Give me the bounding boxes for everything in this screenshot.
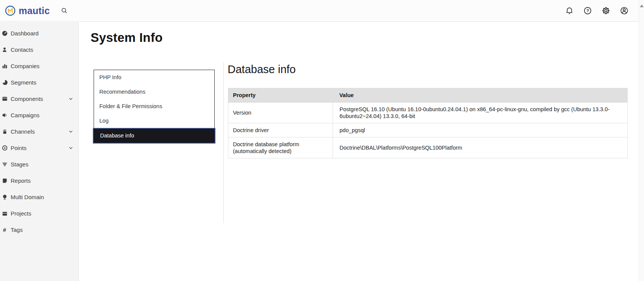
- table-row-doctrine-driver: Doctrine driver pdo_pgsql: [228, 123, 628, 137]
- sidebar: Dashboard Contacts Companies Segments Co…: [0, 22, 79, 281]
- tab-log[interactable]: Log: [94, 113, 214, 128]
- mautic-logo-icon: [5, 5, 16, 16]
- components-box-icon: [2, 96, 8, 102]
- property-cell: Doctrine driver: [228, 123, 333, 137]
- sidebar-item-label: Dashboard: [11, 30, 73, 37]
- points-target-icon: [2, 145, 8, 151]
- sidebar-item-label: Points: [11, 145, 69, 151]
- table-row-doctrine-platform: Doctrine database platform (automaticall…: [228, 137, 628, 158]
- user-account-icon: [620, 6, 629, 15]
- sidebar-item-tags[interactable]: # Tags: [0, 222, 78, 238]
- sidebar-item-dashboard[interactable]: Dashboard: [0, 25, 78, 42]
- sidebar-item-label: Companies: [11, 63, 73, 69]
- system-info-tabs: PHP Info Recommendations Folder & File P…: [94, 70, 215, 143]
- sidebar-item-segments[interactable]: Segments: [0, 74, 78, 91]
- sidebar-item-components[interactable]: Components: [0, 91, 78, 107]
- panel-heading: Database info: [228, 63, 296, 76]
- sidebar-item-stages[interactable]: Stages: [0, 156, 78, 172]
- topbar: mautic ?: [0, 0, 639, 22]
- chevron-down-icon: [69, 129, 73, 134]
- value-cell: PostgreSQL 16.10 (Ubuntu 16.10-0ubuntu0.…: [333, 102, 628, 123]
- companies-bars-icon: [2, 63, 8, 69]
- table-row-version: Version PostgreSQL 16.10 (Ubuntu 16.10-0…: [228, 102, 628, 123]
- sidebar-item-campaigns[interactable]: Campaigns: [0, 107, 78, 123]
- settings-button[interactable]: [601, 5, 611, 16]
- campaigns-megaphone-icon: [2, 112, 8, 118]
- sidebar-item-contacts[interactable]: Contacts: [0, 42, 78, 58]
- property-cell: Version: [228, 102, 333, 123]
- sidebar-item-label: Campaigns: [11, 112, 73, 118]
- column-header-value: Value: [333, 88, 628, 102]
- sidebar-item-label: Channels: [11, 128, 69, 135]
- multi-domain-globe-icon: [2, 194, 8, 200]
- sidebar-item-points[interactable]: Points: [0, 140, 78, 156]
- tab-database-info[interactable]: Database info: [93, 128, 215, 144]
- sidebar-item-label: Projects: [11, 210, 73, 217]
- column-header-property: Property: [228, 88, 333, 102]
- sidebar-item-label: Segments: [11, 79, 73, 86]
- sidebar-item-reports[interactable]: Reports: [0, 172, 78, 189]
- chevron-down-icon: [69, 97, 73, 101]
- notifications-bell-icon: [565, 6, 574, 15]
- projects-box-icon: [2, 211, 8, 216]
- notifications-button[interactable]: [564, 5, 575, 16]
- sidebar-item-multi-domain[interactable]: Multi Domain: [0, 189, 78, 205]
- table-header-row: Property Value: [228, 88, 628, 102]
- brand-wordmark: mautic: [19, 5, 50, 16]
- contacts-person-icon: [2, 47, 8, 53]
- main-content: System Info PHP Info Recommendations Fol…: [79, 22, 639, 281]
- database-info-table: Property Value Version PostgreSQL 16.10 …: [228, 88, 628, 158]
- channels-broadcast-icon: [2, 129, 8, 134]
- segments-pie-icon: [2, 80, 8, 85]
- tab-content-divider: [223, 62, 224, 223]
- help-icon: ?: [583, 6, 592, 15]
- value-cell: pdo_pgsql: [333, 123, 628, 137]
- global-search-button[interactable]: [59, 5, 70, 16]
- search-icon: [61, 7, 68, 14]
- sidebar-item-label: Reports: [11, 177, 73, 184]
- sidebar-item-label: Multi Domain: [11, 194, 73, 200]
- sidebar-item-label: Contacts: [11, 46, 73, 53]
- mautic-logo[interactable]: mautic: [0, 5, 50, 16]
- sidebar-item-projects[interactable]: Projects: [0, 205, 78, 222]
- page-title: System Info: [91, 30, 163, 45]
- value-cell: Doctrine\DBAL\Platforms\PostgreSQL100Pla…: [333, 137, 628, 158]
- sidebar-item-label: Components: [11, 96, 69, 102]
- chevron-down-icon: [69, 146, 73, 150]
- topbar-actions: ?: [564, 5, 639, 16]
- property-cell: Doctrine database platform (automaticall…: [228, 137, 333, 158]
- settings-gear-icon: [601, 6, 611, 15]
- stages-funnel-icon: [2, 161, 8, 167]
- tab-php-info[interactable]: PHP Info: [94, 70, 214, 85]
- reports-document-icon: [2, 178, 8, 184]
- dashboard-gauge-icon: [2, 30, 8, 36]
- sidebar-item-label: Stages: [11, 161, 73, 168]
- tab-recommendations[interactable]: Recommendations: [94, 85, 214, 99]
- help-button[interactable]: ?: [582, 5, 593, 16]
- vertical-scrollbar[interactable]: [639, 0, 644, 281]
- scroll-up-arrow[interactable]: [640, 5, 644, 7]
- sidebar-item-label: Tags: [11, 227, 73, 233]
- tab-folder-file-permissions[interactable]: Folder & File Permissions: [94, 99, 214, 113]
- sidebar-item-companies[interactable]: Companies: [0, 58, 78, 74]
- tags-hash-icon: #: [2, 227, 8, 233]
- account-button[interactable]: [619, 5, 630, 16]
- svg-text:?: ?: [587, 8, 589, 13]
- sidebar-item-channels[interactable]: Channels: [0, 123, 78, 140]
